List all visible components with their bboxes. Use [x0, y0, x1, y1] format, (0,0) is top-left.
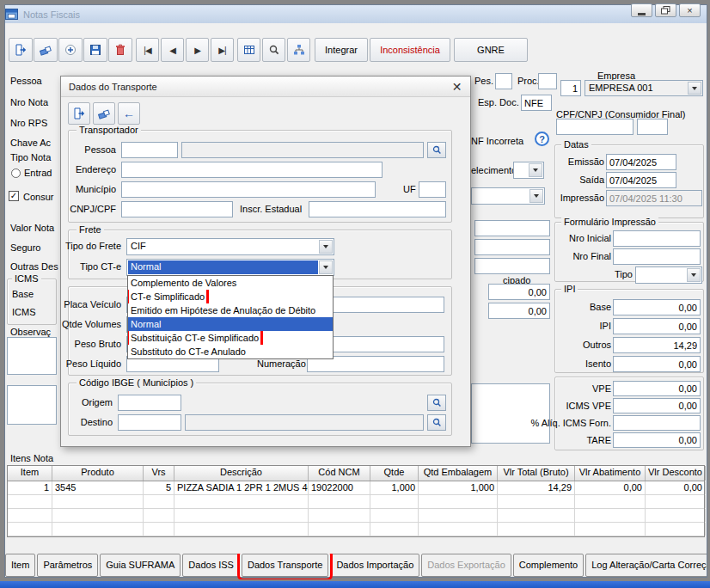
cte-option-substituicao-simplificado[interactable]: Substituição CT-e Simplificado [128, 331, 333, 345]
delete-button[interactable] [108, 38, 132, 62]
tipo-frete-combo[interactable]: CIF [126, 238, 334, 255]
outras-despesas-field-partial[interactable] [474, 258, 550, 274]
combo-arrow-button[interactable] [529, 189, 543, 203]
table-row-empty[interactable] [8, 495, 704, 509]
combo-arrow-button[interactable] [688, 82, 701, 95]
qtde-volumes-label: Qtde Volumes [62, 319, 121, 329]
outros-field[interactable] [613, 337, 701, 353]
minimize-button[interactable] [631, 3, 652, 17]
cte-option-normal-selected[interactable]: Normal [128, 317, 333, 331]
uf-field[interactable] [419, 181, 446, 198]
seguro-field-partial[interactable] [474, 239, 550, 255]
pes-field[interactable] [495, 73, 512, 89]
estabelecimento-combo[interactable] [513, 162, 544, 179]
origem-search-button[interactable] [427, 395, 446, 411]
arrow-left-icon: ← [123, 107, 135, 120]
exit-button[interactable] [9, 38, 33, 62]
consumidor-checkbox[interactable]: ✓ [9, 191, 19, 201]
nav-first-button[interactable]: |◀ [136, 38, 159, 62]
combo-arrow-button[interactable] [319, 260, 333, 274]
consumidor-label: Consur [23, 192, 53, 202]
nav-last-button[interactable]: ▶| [211, 38, 234, 62]
search-icon [432, 144, 443, 156]
transportador-pessoa-code-field[interactable] [121, 142, 178, 158]
nro-inicial-field[interactable] [613, 230, 701, 247]
icms-antecipado-base-field[interactable] [488, 284, 550, 300]
hierarchy-button[interactable] [287, 38, 310, 62]
combo-arrow-button[interactable] [529, 163, 542, 177]
ipi-base-field[interactable] [613, 299, 701, 315]
dialog-clear-button[interactable] [93, 102, 115, 125]
search-button[interactable] [262, 38, 285, 62]
dialog-back-button[interactable]: ← [118, 102, 140, 125]
cpf-cnpj-field-2[interactable] [637, 119, 668, 135]
estabelecimento-label: elecimento [471, 165, 517, 175]
inconsistencia-button[interactable]: Inconsistência [370, 38, 450, 62]
tab-dados-transporte[interactable]: Dados Transporte [242, 554, 328, 577]
secondary-combo[interactable] [471, 187, 545, 205]
save-button[interactable] [83, 38, 107, 62]
saida-field[interactable] [606, 172, 676, 188]
entrada-radio[interactable] [11, 168, 21, 178]
tab-item[interactable]: Item [5, 554, 35, 577]
table-row-empty[interactable] [8, 509, 704, 523]
tab-dados-importacao[interactable]: Dados Importação [330, 554, 419, 577]
nro-final-field[interactable] [613, 248, 701, 265]
cnpj-cpf-field[interactable] [121, 201, 233, 217]
ipi-field[interactable] [613, 318, 701, 334]
gnre-button[interactable]: GNRE [454, 38, 528, 62]
dialog-close-button[interactable]: ✕ [449, 79, 465, 95]
uf-label: UF [403, 184, 416, 194]
municipio-field[interactable] [121, 181, 376, 198]
help-icon[interactable]: ? [535, 132, 549, 146]
clear-button[interactable] [34, 38, 58, 62]
icms-vpe-field[interactable] [613, 398, 701, 413]
tab-complemento[interactable]: Complemento [513, 554, 584, 577]
destino-search-button[interactable] [427, 414, 446, 431]
endereco-field[interactable] [121, 162, 383, 178]
pessoa-search-button[interactable] [427, 142, 446, 158]
integrar-button[interactable]: Integrar [315, 38, 368, 62]
tab-dados-iss[interactable]: Dados ISS [182, 554, 240, 577]
cte-option-simplificado[interactable]: CT-e Simplificado [128, 290, 333, 303]
origem-field[interactable] [118, 395, 181, 411]
nav-next-button[interactable]: ▶ [186, 38, 209, 62]
combo-arrow-button[interactable] [687, 268, 701, 282]
tipo-formulario-combo[interactable] [635, 266, 702, 284]
memo-left-2[interactable] [7, 385, 57, 425]
nav-prev-button[interactable]: ◀ [161, 38, 184, 62]
tab-parametros[interactable]: Parâmetros [37, 554, 98, 577]
valor-nota-field-partial[interactable] [474, 220, 550, 236]
cte-option-complemento[interactable]: Complemento de Valores [128, 276, 333, 290]
emissao-field[interactable] [606, 154, 676, 170]
grid-view-button[interactable] [237, 38, 260, 62]
itens-nota-label: Itens Nota [10, 453, 53, 463]
cpf-cnpj-field-1[interactable] [556, 119, 633, 135]
cte-option-anulacao-debito[interactable]: Emitido em Hipótese de Anulação de Débit… [128, 303, 333, 317]
table-row-empty[interactable] [8, 523, 704, 536]
tab-log-alteracao[interactable]: Log Alteração/Carta Correção [585, 554, 707, 577]
vpe-field[interactable] [613, 381, 701, 396]
exit-door-icon [72, 107, 86, 120]
combo-arrow-button[interactable] [319, 240, 333, 254]
insert-button[interactable] [58, 38, 83, 62]
dialog-exit-button[interactable] [68, 102, 90, 125]
table-row[interactable]: 1 3545 5 PIZZA SADIA 1 2PR 1 2MUS 46 190… [8, 481, 704, 495]
tab-guia-suframa[interactable]: Guia SUFRAMA [100, 554, 181, 577]
empresa-combo[interactable]: EMPRESA 001 [585, 80, 703, 96]
observacao-memo-partial[interactable] [471, 383, 550, 444]
tare-field[interactable] [613, 432, 701, 448]
restore-button[interactable] [655, 3, 676, 17]
tipo-cte-combo[interactable]: Normal [126, 259, 334, 276]
isento-field[interactable] [613, 356, 701, 372]
empresa-code-field[interactable] [560, 80, 581, 96]
aliq-icms-forn-field[interactable] [613, 415, 701, 431]
observacao-memo-left[interactable] [7, 337, 57, 375]
cte-option-substituto-anulado[interactable]: Substituto do CT-e Anulado [128, 345, 333, 358]
proc-field[interactable] [538, 73, 557, 89]
close-button[interactable]: × [679, 3, 701, 17]
destino-field[interactable] [118, 414, 181, 431]
esp-doc-field[interactable] [521, 95, 552, 111]
inscr-estadual-field[interactable] [309, 201, 446, 217]
icms-antecipado-valor-field[interactable] [488, 303, 550, 319]
